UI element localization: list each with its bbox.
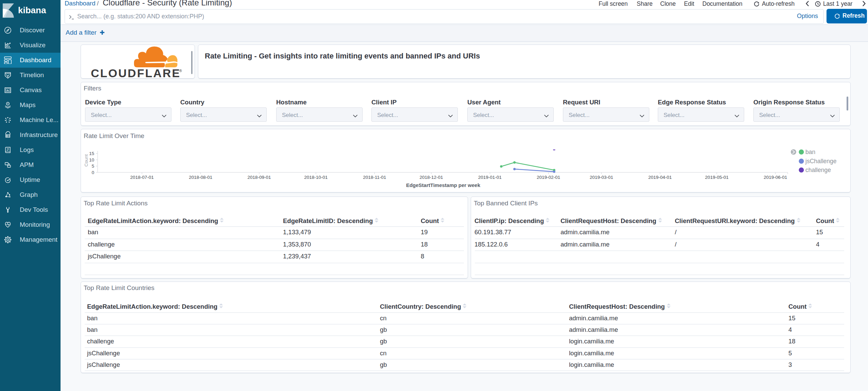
- svg-text:®: ®: [179, 69, 182, 73]
- svg-text:2018-08-01: 2018-08-01: [189, 175, 212, 180]
- svg-text:ban: ban: [805, 149, 815, 155]
- svg-text:2019-01-01: 2019-01-01: [478, 175, 502, 180]
- svg-text:0: 0: [91, 170, 94, 175]
- svg-text:2018-11-01: 2018-11-01: [363, 175, 386, 180]
- svg-text:2018-07-01: 2018-07-01: [130, 175, 154, 180]
- svg-text:EdgeStartTimestamp per week: EdgeStartTimestamp per week: [406, 182, 481, 188]
- svg-text:2018-10-01: 2018-10-01: [304, 175, 328, 180]
- svg-text:Count: Count: [84, 154, 89, 167]
- svg-text:2019-04-01: 2019-04-01: [648, 175, 672, 180]
- svg-text:jsChallenge: jsChallenge: [805, 158, 836, 165]
- svg-text:CLOUDFLARE: CLOUDFLARE: [91, 67, 181, 79]
- svg-text:15: 15: [89, 151, 94, 156]
- svg-text:2019-02-01: 2019-02-01: [537, 175, 560, 180]
- svg-text:2018-12-01: 2018-12-01: [419, 175, 443, 180]
- svg-text:2019-03-01: 2019-03-01: [590, 175, 613, 180]
- svg-text:2018-09-01: 2018-09-01: [248, 175, 271, 180]
- svg-text:10: 10: [89, 157, 94, 163]
- svg-text:2019-06-01: 2019-06-01: [764, 175, 787, 180]
- svg-text:5: 5: [91, 164, 94, 169]
- svg-text:challenge: challenge: [805, 167, 831, 173]
- svg-text:2019-05-01: 2019-05-01: [705, 175, 729, 180]
